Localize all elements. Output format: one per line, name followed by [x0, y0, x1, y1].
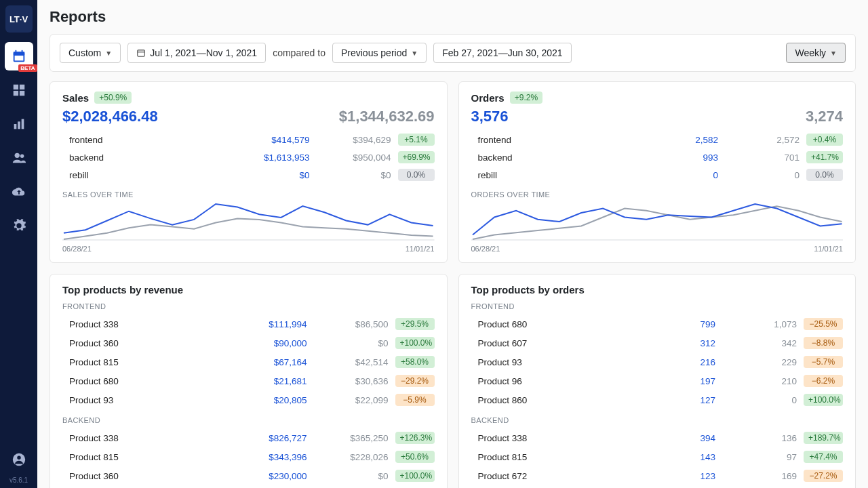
compare-range-picker[interactable]: Feb 27, 2021—Jun 30, 2021: [433, 43, 571, 63]
group-header: FRONTEND: [471, 302, 844, 310]
table-row: rebill 0 0 0.0%: [471, 166, 844, 184]
table-row: Product 680 $21,681 $30,636 −29.2%: [62, 371, 435, 390]
svg-rect-16: [138, 50, 145, 56]
table-row: Product 360 $230,000 $0 +100.0%: [62, 466, 435, 485]
table-row: Product 96 197 210 −6.2%: [471, 371, 844, 390]
group-header: BACKEND: [62, 416, 435, 424]
row-previous: $0: [307, 471, 389, 481]
row-previous: $394,629: [310, 135, 391, 145]
row-delta-badge: −5.9%: [395, 394, 435, 406]
row-delta-badge: +29.5%: [395, 318, 435, 330]
row-previous: 169: [715, 471, 797, 481]
row-current: 216: [634, 357, 715, 367]
row-current: 2,582: [637, 135, 718, 145]
row-current: $20,805: [226, 395, 307, 405]
row-current: $0: [229, 170, 310, 180]
filter-bar: Custom▼ Jul 1, 2021—Nov 1, 2021 compared…: [50, 34, 856, 72]
user-circle-icon: [12, 452, 26, 467]
top-revenue-groups: FRONTEND Product 338 $111,994 $86,500 +2…: [62, 302, 435, 488]
row-delta-badge: 0.0%: [806, 169, 843, 181]
nav-upload[interactable]: [5, 178, 33, 206]
svg-point-12: [14, 153, 19, 158]
nav-settings[interactable]: [5, 211, 33, 240]
nav-analytics[interactable]: [5, 110, 33, 138]
row-name: Product 360: [69, 471, 226, 481]
row-previous: $0: [307, 338, 389, 348]
row-current: 0: [637, 170, 718, 180]
row-name: Product 96: [478, 376, 635, 386]
row-current: 993: [637, 152, 718, 163]
row-name: Product 360: [69, 338, 226, 348]
row-name: Product 815: [478, 452, 635, 462]
svg-rect-11: [21, 119, 24, 129]
table-row: frontend 2,582 2,572 +0.4%: [471, 131, 844, 148]
row-delta-badge: −27.2%: [804, 470, 843, 482]
row-previous: $950,004: [310, 152, 391, 163]
orders-title: Orders: [471, 92, 505, 104]
row-previous: 97: [715, 452, 797, 462]
row-previous: 1,073: [715, 319, 797, 329]
row-current: 143: [634, 452, 715, 462]
row-previous: 342: [715, 338, 797, 348]
table-row: Product 680 799 1,073 −25.5%: [471, 314, 844, 333]
row-delta-badge: +100.0%: [804, 394, 843, 406]
nav-account[interactable]: [5, 445, 33, 474]
row-name: Product 338: [478, 433, 635, 443]
sales-previous: $1,344,632.69: [339, 108, 435, 125]
table-row: Product 607 312 342 −8.8%: [471, 333, 844, 352]
row-delta-badge: +100.0%: [395, 337, 435, 349]
row-delta-badge: −8.8%: [804, 337, 843, 349]
nav-reports[interactable]: BETA: [5, 42, 33, 70]
row-previous: $30,636: [307, 376, 389, 386]
row-delta-badge: +126.3%: [395, 432, 435, 444]
range-mode-select[interactable]: Custom▼: [60, 43, 121, 63]
row-current: $21,681: [226, 376, 307, 386]
orders-current: 3,576: [471, 108, 509, 125]
row-name: Product 672: [478, 471, 635, 481]
orders-chart-label: ORDERS OVER TIME: [471, 190, 844, 199]
nav-customers[interactable]: [5, 144, 33, 172]
row-current: 127: [634, 395, 715, 405]
table-row: Product 93 $20,805 $22,099 −5.9%: [62, 390, 435, 409]
row-delta-badge: 0.0%: [398, 169, 435, 181]
top-revenue-card: Top products by revenue FRONTEND Product…: [50, 274, 448, 488]
table-row: Product 93 216 229 −5.7%: [471, 352, 844, 371]
row-previous: 2,572: [718, 135, 800, 145]
row-delta-badge: −29.2%: [395, 375, 435, 387]
row-current: $826,727: [226, 433, 307, 443]
page-title: Reports: [50, 8, 856, 26]
compare-mode-select[interactable]: Previous period▼: [332, 43, 427, 63]
date-range-picker[interactable]: Jul 1, 2021—Nov 1, 2021: [127, 43, 266, 63]
row-previous: $86,500: [307, 319, 389, 329]
gear-icon: [12, 218, 26, 233]
orders-card: Orders +9.2% 3,576 3,274 frontend 2,582 …: [458, 81, 856, 263]
table-row: Product 338 $826,727 $365,250 +126.3%: [62, 428, 435, 447]
table-row: rebill $0 $0 0.0%: [62, 166, 435, 184]
row-previous: 229: [715, 357, 797, 367]
table-row: Product 815 $67,164 $42,514 +58.0%: [62, 352, 435, 371]
row-current: $230,000: [226, 471, 307, 481]
row-delta-badge: +58.0%: [395, 356, 435, 368]
sales-title: Sales: [62, 92, 89, 104]
table-row: backend $1,613,953 $950,004 +69.9%: [62, 148, 435, 166]
nav-dashboard[interactable]: [5, 76, 33, 104]
row-name: frontend: [478, 135, 637, 145]
row-delta-badge: +69.9%: [398, 151, 435, 163]
chevron-down-icon: ▼: [830, 49, 837, 57]
granularity-select[interactable]: Weekly▼: [786, 43, 846, 63]
sales-delta-badge: +50.9%: [94, 92, 132, 104]
row-current: $343,396: [226, 452, 307, 462]
svg-rect-5: [13, 85, 18, 89]
row-delta-badge: +5.1%: [398, 134, 435, 146]
table-row: Product 815 143 97 +47.4%: [471, 447, 844, 466]
row-previous: 0: [718, 170, 800, 180]
svg-rect-6: [19, 85, 24, 89]
row-current: $1,613,953: [229, 152, 310, 163]
row-name: Product 338: [69, 319, 226, 329]
row-name: Product 860: [478, 395, 635, 405]
table-row: Product 860 127 0 +100.0%: [471, 390, 844, 409]
svg-rect-10: [18, 121, 20, 129]
row-current: $111,994: [226, 319, 307, 329]
table-row: backend 993 701 +41.7%: [471, 148, 844, 166]
row-name: Product 607: [478, 338, 635, 348]
